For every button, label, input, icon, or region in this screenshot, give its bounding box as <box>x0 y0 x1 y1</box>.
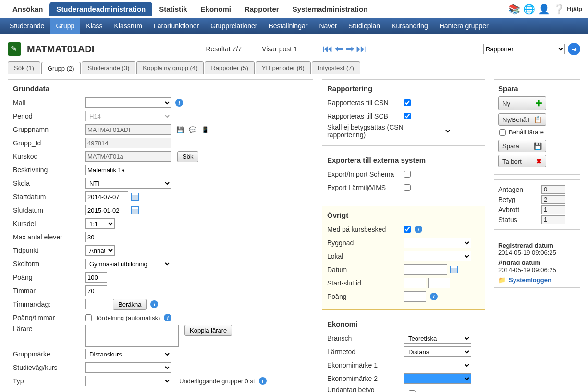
save-icon[interactable]: 💾 <box>176 126 184 133</box>
larmiljo-checkbox[interactable] <box>404 184 411 191</box>
skolform-select[interactable]: Gymnasial utbildning <box>85 259 172 269</box>
post-text: Visar post 1 <box>262 45 297 53</box>
topnav-ansokan[interactable]: Ansökan <box>6 2 49 16</box>
export-section: Exportera till externa system Export/Imp… <box>322 151 485 201</box>
tab-sok[interactable]: Sök (1) <box>8 61 40 74</box>
topnav-studerandeadministration[interactable]: Studerandeadministration <box>49 2 152 16</box>
nybehall-button[interactable]: Ny/Behåll📋 <box>498 113 546 126</box>
subnav-grupp[interactable]: Grupp <box>50 18 80 34</box>
topnav-ekonomi[interactable]: Ekonomi <box>194 2 238 16</box>
betyg-value: 2 <box>541 195 565 204</box>
globe-icon[interactable]: 🌐 <box>523 3 535 15</box>
gruppnamn-input[interactable] <box>85 124 172 135</box>
behall-larare-checkbox[interactable] <box>499 129 506 136</box>
sluttid-input[interactable] <box>428 278 450 288</box>
max-input[interactable] <box>85 232 107 242</box>
larmetod-select[interactable]: Distans <box>404 346 471 357</box>
first-record-icon[interactable]: ⏮ <box>322 43 333 55</box>
mall-select[interactable] <box>85 97 172 108</box>
poang-input[interactable] <box>85 272 107 283</box>
skola-select[interactable]: NTI <box>85 178 172 189</box>
gruppmarke-select[interactable]: Distanskurs <box>85 349 172 359</box>
scb-checkbox[interactable] <box>404 113 411 119</box>
info-icon[interactable] <box>259 377 267 385</box>
calendar-icon[interactable] <box>131 193 139 201</box>
info-icon[interactable] <box>164 314 172 321</box>
books-icon[interactable]: 📚 <box>508 3 520 15</box>
ovrigt-poang-input[interactable] <box>404 291 426 302</box>
info-icon[interactable] <box>150 300 158 308</box>
startdatum-input[interactable] <box>85 191 128 202</box>
tab-intygstext[interactable]: Intygstext (7) <box>312 61 360 74</box>
status-label: Status <box>498 216 541 224</box>
timmardag-input[interactable] <box>85 299 107 309</box>
tab-yhperioder[interactable]: YH perioder (6) <box>256 61 311 74</box>
timmar-input[interactable] <box>85 285 107 296</box>
help-button[interactable]: ❔ Hjälp <box>553 3 582 15</box>
tab-grupp[interactable]: Grupp (2) <box>41 62 81 74</box>
slutdatum-input[interactable] <box>85 205 128 215</box>
tabs: Sök (1) Grupp (2) Studerande (3) Koppla … <box>0 61 588 74</box>
tidpunkt-select[interactable]: Annat <box>85 245 115 256</box>
meta-box: Registrerad datum 2014-05-19 09:06:25 Än… <box>494 235 580 288</box>
info-icon[interactable] <box>175 99 183 107</box>
calendar-icon[interactable] <box>131 206 139 214</box>
user-icon[interactable]: 👤 <box>538 3 550 15</box>
last-record-icon[interactable]: ⏭ <box>356 43 367 55</box>
spara-button[interactable]: Spara💾 <box>498 140 546 152</box>
subnav-grupprelationer[interactable]: Grupprelationer <box>205 18 263 34</box>
csn-checkbox[interactable] <box>404 99 411 106</box>
calendar-icon[interactable] <box>450 266 458 273</box>
marke2-select[interactable] <box>404 373 471 384</box>
subnav-studerande[interactable]: Studerande <box>4 18 50 34</box>
subnav-studieplan[interactable]: Studieplan <box>343 18 386 34</box>
info-icon[interactable] <box>430 293 438 300</box>
phone-icon[interactable]: 📱 <box>201 126 209 133</box>
go-button[interactable]: ➔ <box>568 43 580 55</box>
byggnad-select[interactable] <box>404 238 471 248</box>
koppla-larare-button[interactable]: Koppla lärare <box>184 325 232 336</box>
lokal-select[interactable] <box>404 251 471 261</box>
schema-checkbox[interactable] <box>404 171 411 178</box>
subnav-lararfunktioner[interactable]: Lärarfunktioner <box>148 18 205 34</box>
subnav-klassrum[interactable]: Klassrum <box>109 18 148 34</box>
datum-input[interactable] <box>404 264 447 275</box>
subnav-bestallningar[interactable]: Beställningar <box>263 18 313 34</box>
ny-button[interactable]: Ny✚ <box>498 96 546 110</box>
typ-select[interactable] <box>85 376 172 386</box>
subnav-klass[interactable]: Klass <box>80 18 108 34</box>
topnav-systemadministration[interactable]: Systemadministration <box>286 2 375 16</box>
sok-button[interactable]: Sök <box>177 151 198 162</box>
page-title: MATMAT01ADI <box>27 44 94 55</box>
marke1-select[interactable] <box>404 360 471 370</box>
rapporter-select[interactable]: Rapporter <box>483 44 565 54</box>
topnav-statistik[interactable]: Statistik <box>152 2 194 16</box>
next-record-icon[interactable]: ➡ <box>345 43 354 55</box>
tab-kopplany[interactable]: Koppla ny grupp (4) <box>136 61 204 74</box>
prev-record-icon[interactable]: ⬅ <box>335 43 343 55</box>
studievag-select[interactable] <box>85 362 172 373</box>
undantag-checkbox[interactable] <box>409 390 416 392</box>
tab-studerande[interactable]: Studerande (3) <box>82 61 136 74</box>
fordelning-checkbox[interactable] <box>85 314 92 321</box>
stats-box: Antagen0 Betyg2 Avbrott1 Status1 <box>494 179 580 230</box>
starttid-input[interactable] <box>404 278 426 288</box>
kursbesked-checkbox[interactable] <box>404 226 411 233</box>
kursdel-select[interactable]: 1:1 <box>85 218 115 229</box>
bubble-icon[interactable]: 💬 <box>189 126 196 133</box>
tab-rapporter[interactable]: Rapporter (5) <box>205 61 254 74</box>
bransch-select[interactable]: Teoretiska <box>404 333 471 344</box>
topnav-rapporter[interactable]: Rapporter <box>238 2 286 16</box>
betyg-select[interactable] <box>409 126 452 136</box>
info-icon[interactable] <box>415 226 422 233</box>
subnav-kursandring[interactable]: Kursändring <box>386 18 434 34</box>
subnav-hanteragrupper[interactable]: Hantera grupper <box>434 18 494 34</box>
lokal-label: Lokal <box>327 252 404 260</box>
subnav-navet[interactable]: Navet <box>313 18 343 34</box>
larare-textarea[interactable] <box>85 325 179 347</box>
tabort-button[interactable]: Ta bort✖ <box>498 155 546 167</box>
kurskod-input[interactable] <box>85 151 172 162</box>
berakna-button[interactable]: Beräkna <box>113 299 147 310</box>
beskrivning-input[interactable] <box>85 165 277 175</box>
systemloggen-link[interactable]: 📁 Systemloggen <box>498 276 576 284</box>
